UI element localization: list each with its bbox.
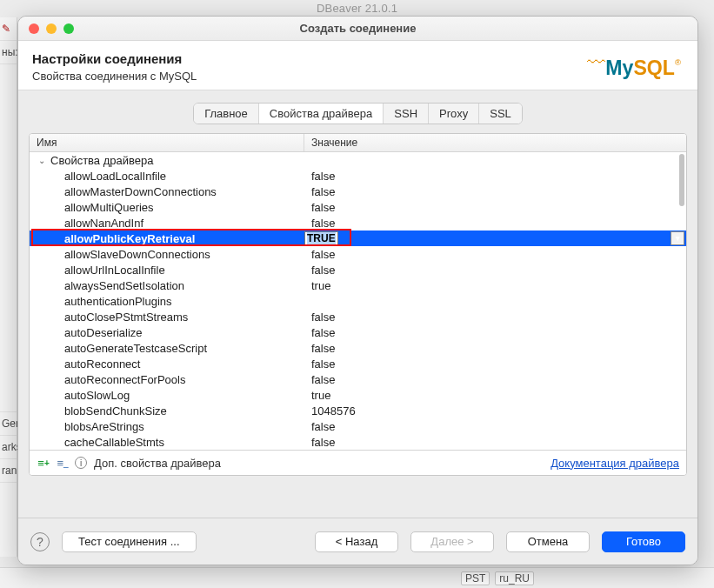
help-button[interactable]: ? — [30, 532, 50, 551]
tab-proxy[interactable]: Proxy — [429, 104, 479, 124]
footer-info-label: Доп. свойства драйвера — [94, 457, 221, 470]
finish-button[interactable]: Готово — [602, 531, 685, 552]
property-row[interactable]: cacheCallableStmtsfalse — [30, 434, 686, 450]
property-row[interactable]: allowSlaveDownConnectionsfalse — [30, 246, 686, 262]
chevron-down-icon[interactable]: ▾ — [671, 231, 684, 245]
property-name: autoReconnect — [64, 357, 140, 371]
property-value[interactable]: false — [304, 217, 686, 230]
property-name: autoReconnectForPools — [64, 373, 185, 386]
property-value[interactable]: true — [304, 389, 686, 402]
property-row[interactable]: allowUrlInLocalInfilefalse — [30, 262, 686, 277]
property-row[interactable]: blobSendChunkSize1048576 — [30, 403, 686, 418]
dialog-titlebar: Создать соединение — [18, 17, 697, 41]
dialog-header: Настройки соединения Свойства соединения… — [18, 41, 697, 90]
table-footer: ≡+ ≡_ i Доп. свойства драйвера Документа… — [30, 450, 686, 475]
property-name: autoClosePStmtStreams — [64, 311, 188, 324]
property-name: cacheCallableStmts — [64, 436, 164, 449]
test-connection-button[interactable]: Тест соединения ... — [62, 531, 197, 552]
next-button: Далее > — [410, 531, 494, 552]
property-name: blobsAreStrings — [64, 420, 144, 433]
property-row[interactable]: autoReconnectfalse — [30, 356, 686, 371]
property-name: authenticationPlugins — [64, 295, 172, 308]
statusbar-locale: ru_RU — [495, 571, 534, 585]
add-property-icon[interactable]: ≡+ — [37, 456, 50, 470]
tab-ssl[interactable]: SSL — [479, 104, 522, 124]
property-name: autoDeserialize — [64, 326, 143, 339]
property-value[interactable]: false — [304, 311, 686, 324]
property-group[interactable]: ⌄Свойства драйвера — [30, 152, 686, 168]
mysql-logo: 〰 My SQL ® — [587, 50, 686, 80]
page-title: Настройки соединения — [32, 51, 197, 66]
property-row[interactable]: autoDeserializefalse — [30, 324, 686, 340]
property-value[interactable]: false — [304, 264, 686, 277]
property-value[interactable]: false — [304, 170, 686, 183]
property-name: allowMasterDownConnections — [64, 185, 217, 198]
column-header-value[interactable]: Значение — [304, 134, 686, 151]
cancel-button[interactable]: Отмена — [506, 531, 590, 552]
back-button[interactable]: < Назад — [315, 531, 398, 552]
info-icon: i — [75, 457, 87, 469]
property-value[interactable]: false — [304, 420, 686, 433]
statusbar-fragment: PST ru_RU — [0, 567, 714, 588]
property-name: allowPublicKeyRetrieval — [64, 232, 195, 245]
property-name: alwaysSendSetIsolation — [64, 279, 184, 292]
app-title: DBeaver 21.0.1 — [0, 0, 714, 17]
page-subtitle: Свойства соединения с MySQL — [32, 70, 197, 83]
property-value[interactable]: false — [304, 373, 686, 386]
property-row[interactable]: autoSlowLogtrue — [30, 387, 686, 403]
tab-свойства-драйвера[interactable]: Свойства драйвера — [259, 104, 384, 124]
property-name: allowSlaveDownConnections — [64, 248, 210, 261]
scrollbar-thumb[interactable] — [679, 154, 684, 206]
property-name: allowUrlInLocalInfile — [64, 264, 165, 277]
property-name: allowLoadLocalInfile — [64, 170, 166, 183]
property-row[interactable]: authenticationPlugins — [30, 293, 686, 309]
property-value[interactable]: false — [304, 201, 686, 214]
background-panel-fragment: ✎ ны: Ger arks ran — [0, 17, 17, 557]
property-name: blobSendChunkSize — [64, 404, 167, 418]
statusbar-timezone: PST — [461, 571, 490, 585]
tab-главное[interactable]: Главное — [194, 104, 259, 124]
remove-property-icon[interactable]: ≡_ — [56, 456, 70, 470]
connection-dialog: Создать соединение Настройки соединения … — [17, 16, 698, 565]
property-row[interactable]: alwaysSendSetIsolationtrue — [30, 277, 686, 293]
chevron-down-icon[interactable]: ⌄ — [37, 156, 47, 165]
property-row[interactable]: allowMasterDownConnectionsfalse — [30, 184, 686, 199]
property-value[interactable]: false — [304, 357, 686, 371]
property-value[interactable]: true — [304, 279, 686, 292]
dolphin-icon: 〰 — [587, 52, 605, 73]
tab-ssh[interactable]: SSH — [384, 104, 429, 124]
property-row[interactable]: allowNanAndInffalse — [30, 215, 686, 231]
column-header-name[interactable]: Имя — [30, 134, 304, 151]
property-value[interactable]: false — [304, 342, 686, 355]
property-name: autoGenerateTestcaseScript — [64, 342, 207, 355]
property-row[interactable]: allowLoadLocalInfilefalse — [30, 168, 686, 184]
property-row[interactable]: blobsAreStringsfalse — [30, 418, 686, 434]
property-row[interactable]: autoClosePStmtStreamsfalse — [30, 309, 686, 324]
property-value[interactable]: false — [304, 436, 686, 449]
property-value-editor[interactable]: TRUE — [304, 231, 338, 245]
properties-table: Имя Значение ⌄Свойства драйвераallowLoad… — [29, 133, 687, 476]
property-value[interactable]: false — [304, 326, 686, 339]
property-row[interactable]: autoReconnectForPoolsfalse — [30, 371, 686, 387]
property-row[interactable]: allowPublicKeyRetrievalTRUE▾ — [30, 231, 686, 246]
property-value[interactable]: false — [304, 185, 686, 198]
property-name: autoSlowLog — [64, 389, 130, 402]
property-value[interactable]: 1048576 — [304, 404, 686, 418]
property-name: allowNanAndInf — [64, 217, 143, 230]
property-value[interactable]: false — [304, 248, 686, 261]
dialog-footer: ? Тест соединения ... < Назад Далее > От… — [18, 518, 697, 565]
property-row[interactable]: autoGenerateTestcaseScriptfalse — [30, 340, 686, 356]
property-row[interactable]: allowMultiQueriesfalse — [30, 199, 686, 215]
dialog-title: Создать соединение — [18, 22, 697, 35]
property-name: allowMultiQueries — [64, 201, 154, 214]
driver-docs-link[interactable]: Документация драйвера — [551, 457, 679, 470]
tab-bar: ГлавноеСвойства драйвераSSHProxySSL — [29, 103, 687, 124]
